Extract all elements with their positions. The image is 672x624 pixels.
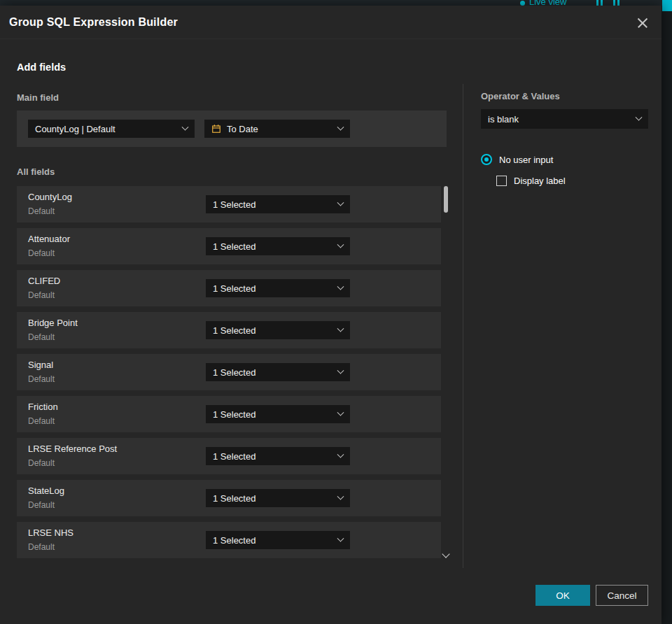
- backdrop-accent-block: [662, 0, 672, 11]
- chevron-down-icon: [337, 451, 344, 458]
- field-row-bridge-point: Bridge Point Default 1 Selected: [17, 312, 441, 348]
- field-subtitle: Default: [28, 458, 55, 468]
- field-selected-value: 1 Selected: [213, 199, 255, 210]
- calendar-icon: [211, 124, 221, 134]
- date-field-select-value: To Date: [227, 124, 258, 134]
- chevron-down-icon: [337, 123, 344, 130]
- field-selected-value: 1 Selected: [213, 241, 255, 252]
- field-subtitle: Default: [28, 500, 55, 510]
- field-name: Bridge Point: [28, 318, 78, 328]
- pause-icon: [596, 0, 598, 6]
- chevron-down-icon: [636, 113, 643, 120]
- field-selected-dropdown[interactable]: 1 Selected: [206, 237, 350, 255]
- field-row-countylog: CountyLog Default 1 Selected: [17, 186, 441, 222]
- field-name: CountyLog: [28, 192, 72, 202]
- field-selected-dropdown[interactable]: 1 Selected: [206, 405, 350, 423]
- chevron-down-icon: [337, 492, 344, 499]
- group-sql-expression-builder-dialog: Group SQL Expression Builder Add fields …: [0, 6, 662, 624]
- chevron-down-icon: [337, 325, 344, 332]
- radio-selected-icon: [481, 154, 492, 165]
- field-row-lrse-reference-post: LRSE Reference Post Default 1 Selected: [17, 438, 441, 474]
- scroll-down-icon[interactable]: [442, 550, 449, 558]
- field-row-statelog: StateLog Default 1 Selected: [17, 480, 441, 516]
- chevron-down-icon: [337, 534, 344, 541]
- cancel-button[interactable]: Cancel: [596, 585, 648, 606]
- toolbar-icon: [613, 0, 615, 6]
- field-selected-value: 1 Selected: [213, 325, 255, 336]
- panel-divider: [463, 84, 463, 568]
- field-name: Friction: [28, 402, 58, 412]
- add-fields-heading: Add fields: [17, 62, 66, 73]
- toolbar-icon: [617, 0, 620, 6]
- field-subtitle: Default: [28, 290, 55, 300]
- field-selected-value: 1 Selected: [213, 535, 255, 546]
- field-subtitle: Default: [28, 542, 55, 552]
- dialog-title: Group SQL Expression Builder: [9, 6, 178, 39]
- close-icon[interactable]: [635, 15, 650, 31]
- field-subtitle: Default: [28, 416, 55, 426]
- field-subtitle: Default: [28, 248, 55, 258]
- operator-select[interactable]: is blank: [481, 109, 648, 129]
- date-field-select[interactable]: To Date: [204, 120, 350, 138]
- pause-icon: [601, 0, 603, 6]
- field-selected-value: 1 Selected: [213, 367, 255, 378]
- field-subtitle: Default: [28, 374, 55, 384]
- field-selected-dropdown[interactable]: 1 Selected: [206, 321, 350, 339]
- field-row-attenuator: Attenuator Default 1 Selected: [17, 228, 441, 264]
- display-label-text: Display label: [514, 176, 566, 186]
- operator-select-value: is blank: [488, 114, 519, 125]
- field-selected-dropdown[interactable]: 1 Selected: [206, 363, 350, 381]
- ok-button[interactable]: OK: [536, 585, 590, 606]
- main-field-select[interactable]: CountyLog | Default: [28, 120, 195, 138]
- operator-values-label: Operator & Values: [481, 91, 560, 101]
- field-selected-dropdown[interactable]: 1 Selected: [206, 279, 350, 297]
- no-user-input-radio[interactable]: No user input: [481, 154, 553, 165]
- field-name: Attenuator: [28, 234, 70, 244]
- field-name: LRSE NHS: [28, 527, 74, 538]
- display-label-checkbox[interactable]: Display label: [496, 176, 566, 186]
- backdrop-top-strip: Live view: [0, 0, 672, 6]
- no-user-input-label: No user input: [499, 155, 553, 165]
- chevron-down-icon: [337, 241, 344, 248]
- field-selected-dropdown[interactable]: 1 Selected: [206, 195, 350, 213]
- main-field-label: Main field: [17, 92, 59, 103]
- live-view-dot-icon: [520, 1, 525, 6]
- chevron-down-icon: [337, 409, 344, 416]
- checkbox-unchecked-icon: [496, 176, 507, 186]
- field-selected-value: 1 Selected: [213, 493, 255, 504]
- field-name: LRSE Reference Post: [28, 444, 117, 454]
- field-selected-dropdown[interactable]: 1 Selected: [206, 531, 350, 549]
- field-name: StateLog: [28, 485, 64, 496]
- dialog-header: Group SQL Expression Builder: [0, 6, 662, 39]
- chevron-down-icon: [337, 199, 344, 206]
- field-selected-value: 1 Selected: [213, 409, 255, 420]
- chevron-down-icon: [182, 123, 189, 130]
- field-row-clifed: CLIFED Default 1 Selected: [17, 270, 441, 306]
- field-selected-value: 1 Selected: [213, 283, 255, 294]
- field-row-lrse-nhs: LRSE NHS Default 1 Selected: [17, 522, 441, 558]
- backdrop-right-gutter: [662, 6, 672, 624]
- field-selected-dropdown[interactable]: 1 Selected: [206, 447, 350, 465]
- chevron-down-icon: [337, 367, 344, 374]
- field-name: CLIFED: [28, 276, 60, 286]
- all-fields-label: All fields: [17, 166, 55, 177]
- live-view-label: Live view: [529, 0, 566, 6]
- chevron-down-icon: [337, 283, 344, 290]
- field-subtitle: Default: [28, 332, 55, 342]
- field-selected-dropdown[interactable]: 1 Selected: [206, 489, 350, 507]
- main-field-select-value: CountyLog | Default: [35, 124, 115, 134]
- field-row-signal: Signal Default 1 Selected: [17, 354, 441, 390]
- field-selected-value: 1 Selected: [213, 451, 255, 462]
- field-name: Signal: [28, 360, 53, 370]
- field-row-friction: Friction Default 1 Selected: [17, 396, 441, 432]
- scrollbar-thumb[interactable]: [444, 186, 448, 213]
- field-subtitle: Default: [28, 206, 55, 216]
